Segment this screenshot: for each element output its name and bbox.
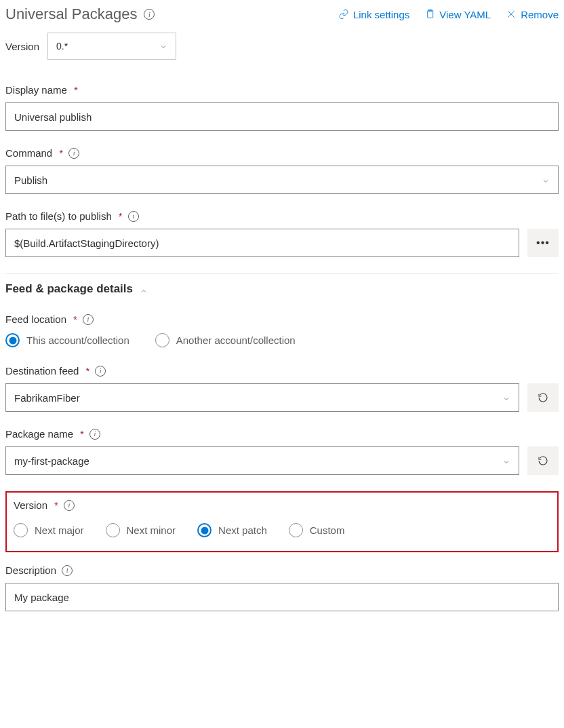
top-version-select[interactable]: 0.* [47,33,176,60]
chevron-down-icon [502,394,510,402]
description-label: Description [5,564,56,576]
chevron-down-icon [159,42,167,50]
remove-button[interactable]: Remove [506,9,559,20]
feed-location-another-option[interactable]: Another account/collection [155,333,296,347]
command-field: Command* i Publish [5,147,559,194]
feed-location-this-option[interactable]: This account/collection [5,333,129,347]
info-icon[interactable]: i [62,565,73,576]
display-name-input[interactable] [5,102,559,131]
view-yaml-button[interactable]: View YAML [424,9,491,20]
feed-location-another-label: Another account/collection [176,334,296,346]
section-title: Feed & package details [5,282,133,296]
version-label: Version [14,499,47,511]
feed-location-field: Feed location* i This account/collection… [5,313,559,349]
view-yaml-label: View YAML [439,9,491,20]
feed-location-this-label: This account/collection [26,334,129,346]
close-icon [506,9,517,20]
required-marker: * [73,84,78,96]
link-settings-button[interactable]: Link settings [338,9,409,20]
top-version-value: 0.* [56,41,68,52]
top-version-label: Version [5,41,39,52]
command-label: Command [5,147,52,159]
package-name-field: Package name* i my-first-package [5,428,559,475]
required-marker: * [79,428,84,440]
info-icon[interactable]: i [68,148,79,159]
clipboard-icon [424,9,435,20]
path-input[interactable] [5,229,519,257]
radio-unchecked-icon [289,523,303,537]
info-icon[interactable]: i [144,9,155,20]
required-marker: * [84,365,89,377]
path-browse-button[interactable]: ••• [527,229,559,257]
path-label: Path to file(s) to publish [5,210,112,222]
destination-feed-refresh-button[interactable] [527,383,559,412]
radio-unchecked-icon [106,523,120,537]
radio-unchecked-icon [14,523,28,537]
info-icon[interactable]: i [128,211,139,222]
version-patch-label: Next patch [218,524,267,536]
remove-label: Remove [521,9,559,20]
chevron-down-icon [502,457,510,465]
info-icon[interactable]: i [83,314,94,325]
feed-location-label: Feed location [5,313,66,325]
version-custom-label: Custom [310,524,345,536]
version-major-option[interactable]: Next major [14,523,84,537]
destination-feed-field: Destination feed* i FabrikamFiber [5,365,559,412]
package-name-value: my-first-package [14,455,89,467]
display-name-field: Display name* [5,84,559,131]
package-name-refresh-button[interactable] [527,446,559,475]
version-major-label: Next major [35,524,84,536]
version-minor-label: Next minor [127,524,176,536]
package-name-select[interactable]: my-first-package [5,446,519,475]
info-icon[interactable]: i [95,366,106,377]
header-row: Universal Packages i Link settings View … [5,5,559,23]
required-marker: * [117,210,123,222]
ellipsis-icon: ••• [536,237,550,249]
required-marker: * [58,147,63,159]
path-field: Path to file(s) to publish* i ••• [5,210,559,257]
radio-checked-icon [197,523,212,537]
version-custom-option[interactable]: Custom [289,523,345,537]
link-icon [338,9,349,20]
title-group: Universal Packages i [5,5,155,23]
radio-unchecked-icon [155,333,169,347]
radio-checked-icon [5,333,20,347]
chevron-down-icon [542,176,550,184]
destination-feed-value: FabrikamFiber [14,392,80,404]
chevron-up-icon [140,285,148,293]
page-title: Universal Packages [5,5,137,23]
display-name-label: Display name [5,84,67,96]
destination-feed-label: Destination feed [5,365,79,377]
refresh-icon [538,392,548,403]
info-icon[interactable]: i [89,429,100,440]
description-field: Description i [5,564,559,611]
refresh-icon [538,455,548,466]
command-value: Publish [14,174,47,186]
version-highlight-box: Version* i Next major Next minor Next pa… [5,491,559,552]
version-minor-option[interactable]: Next minor [106,523,176,537]
header-actions: Link settings View YAML Remove [338,9,559,20]
description-input[interactable] [5,583,559,611]
destination-feed-select[interactable]: FabrikamFiber [5,383,519,412]
section-header[interactable]: Feed & package details [5,273,559,296]
info-icon[interactable]: i [64,500,75,511]
package-name-label: Package name [5,428,73,440]
link-settings-label: Link settings [353,9,409,20]
required-marker: * [53,499,58,511]
command-select[interactable]: Publish [5,166,559,194]
version-patch-option[interactable]: Next patch [197,523,267,537]
required-marker: * [72,313,77,325]
top-version-row: Version 0.* [5,33,559,60]
